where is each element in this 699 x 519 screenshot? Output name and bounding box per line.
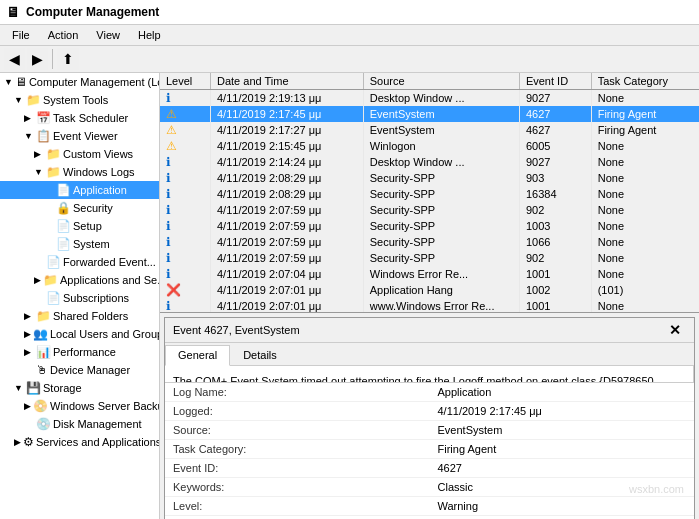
- table-row[interactable]: ❌4/11/2019 2:07:01 μμApplication Hang100…: [160, 282, 699, 298]
- col-header-dateandtime[interactable]: Date and Time: [210, 73, 363, 90]
- table-row[interactable]: ℹ4/11/2019 2:07:59 μμSecurity-SPP1066Non…: [160, 234, 699, 250]
- tree-arrow-windows-server-backup: ▶: [24, 401, 31, 411]
- info-value-left-0: Application: [430, 383, 695, 402]
- cell-eventid: 902: [519, 250, 591, 266]
- tree-icon-windows-logs: 📁: [46, 165, 61, 179]
- tree-icon-disk-management: 💿: [36, 417, 51, 431]
- tree-icon-task-scheduler: 📅: [36, 111, 51, 125]
- info-value-right-1: Firing Agent: [430, 440, 695, 459]
- cell-source: Security-SPP: [363, 234, 519, 250]
- tree-arrow-performance: ▶: [24, 347, 34, 357]
- table-row[interactable]: ⚠4/11/2019 2:17:27 μμEventSystem4627Firi…: [160, 122, 699, 138]
- tree-item-disk-management[interactable]: 💿Disk Management: [0, 415, 159, 433]
- cell-eventid: 9027: [519, 90, 591, 107]
- menu-bar: FileActionViewHelp: [0, 25, 699, 46]
- log-table-container[interactable]: LevelDate and TimeSourceEvent IDTask Cat…: [160, 73, 699, 313]
- table-row[interactable]: ℹ4/11/2019 2:08:29 μμSecurity-SPP903None: [160, 170, 699, 186]
- tree-item-security[interactable]: 🔒Security: [0, 199, 159, 217]
- tree-item-computer-management[interactable]: ▼🖥Computer Management (Local: [0, 73, 159, 91]
- info-value-left-3: Warning: [430, 497, 695, 516]
- tree-label-computer-management: Computer Management (Local: [29, 76, 160, 88]
- cell-eventid: 4627: [519, 106, 591, 122]
- col-header-level[interactable]: Level: [160, 73, 210, 90]
- tree-item-applications-services[interactable]: ▶📁Applications and Se...: [0, 271, 159, 289]
- tree-icon-applications-services: 📁: [43, 273, 58, 287]
- tree-label-event-viewer: Event Viewer: [53, 130, 118, 142]
- toolbar-up[interactable]: ⬆: [57, 48, 79, 70]
- menu-item-file[interactable]: File: [4, 27, 38, 43]
- cell-level: ℹ: [160, 202, 210, 218]
- tree-arrow-task-scheduler: ▶: [24, 113, 34, 123]
- tab-details[interactable]: Details: [230, 345, 290, 365]
- tree-item-system[interactable]: 📄System: [0, 235, 159, 253]
- tree-icon-setup: 📄: [56, 219, 71, 233]
- cell-source: Security-SPP: [363, 170, 519, 186]
- tree-label-system-tools: System Tools: [43, 94, 108, 106]
- event-detail-panel: Event 4627, EventSystem ✕ GeneralDetails…: [164, 317, 695, 519]
- tree-item-device-manager[interactable]: 🖱Device Manager: [0, 361, 159, 379]
- tree-label-setup: Setup: [73, 220, 102, 232]
- info-label-left-3: Level:: [165, 497, 430, 516]
- tree-item-setup[interactable]: 📄Setup: [0, 217, 159, 235]
- tree-item-task-scheduler[interactable]: ▶📅Task Scheduler: [0, 109, 159, 127]
- tree-item-event-viewer[interactable]: ▼📋Event Viewer: [0, 127, 159, 145]
- table-row[interactable]: ℹ4/11/2019 2:07:59 μμSecurity-SPP902None: [160, 202, 699, 218]
- table-row[interactable]: ℹ4/11/2019 2:07:59 μμSecurity-SPP1003Non…: [160, 218, 699, 234]
- cell-source: Security-SPP: [363, 186, 519, 202]
- table-row[interactable]: ℹ4/11/2019 2:07:01 μμwww.Windows Error R…: [160, 298, 699, 313]
- tree-arrow-system-tools: ▼: [14, 95, 24, 105]
- tab-general[interactable]: General: [165, 345, 230, 366]
- event-description-text: The COM+ Event System timed out attempti…: [173, 374, 685, 382]
- toolbar-back[interactable]: ◀: [4, 48, 25, 70]
- table-row[interactable]: ℹ4/11/2019 2:07:59 μμSecurity-SPP902None: [160, 250, 699, 266]
- menu-item-view[interactable]: View: [88, 27, 128, 43]
- col-header-source[interactable]: Source: [363, 73, 519, 90]
- table-row[interactable]: ⚠4/11/2019 2:17:45 μμEventSystem4627Firi…: [160, 106, 699, 122]
- tree-item-subscriptions[interactable]: 📄Subscriptions: [0, 289, 159, 307]
- cell-level: ⚠: [160, 106, 210, 122]
- cell-source: EventSystem: [363, 122, 519, 138]
- tree-item-windows-server-backup[interactable]: ▶📀Windows Server Backu...: [0, 397, 159, 415]
- cell-datetime: 4/11/2019 2:07:59 μμ: [210, 202, 363, 218]
- tree-icon-custom-views: 📁: [46, 147, 61, 161]
- tree-label-task-scheduler: Task Scheduler: [53, 112, 128, 124]
- cell-eventid: 1001: [519, 266, 591, 282]
- toolbar-forward[interactable]: ▶: [27, 48, 48, 70]
- table-body: ℹ4/11/2019 2:19:13 μμDesktop Window ...9…: [160, 90, 699, 314]
- tree-item-storage[interactable]: ▼💾Storage: [0, 379, 159, 397]
- menu-item-help[interactable]: Help: [130, 27, 169, 43]
- info-label-right-0: Logged:: [165, 402, 430, 421]
- cell-source: Security-SPP: [363, 202, 519, 218]
- tree-item-forwarded-events[interactable]: 📄Forwarded Event...: [0, 253, 159, 271]
- tree-arrow-custom-views: ▶: [34, 149, 44, 159]
- tree-item-services-applications[interactable]: ▶⚙Services and Applications: [0, 433, 159, 451]
- tree-item-windows-logs[interactable]: ▼📁Windows Logs: [0, 163, 159, 181]
- tree-item-performance[interactable]: ▶📊Performance: [0, 343, 159, 361]
- col-header-eventid[interactable]: Event ID: [519, 73, 591, 90]
- cell-eventid: 903: [519, 170, 591, 186]
- table-row[interactable]: ℹ4/11/2019 2:07:04 μμWindows Error Re...…: [160, 266, 699, 282]
- table-row[interactable]: ℹ4/11/2019 2:19:13 μμDesktop Window ...9…: [160, 90, 699, 107]
- cell-eventid: 1003: [519, 218, 591, 234]
- cell-datetime: 4/11/2019 2:15:45 μμ: [210, 138, 363, 154]
- tree-item-shared-folders[interactable]: ▶📁Shared Folders: [0, 307, 159, 325]
- table-row[interactable]: ⚠4/11/2019 2:15:45 μμWinlogon6005None: [160, 138, 699, 154]
- tree-item-system-tools[interactable]: ▼📁System Tools: [0, 91, 159, 109]
- tree-icon-system-tools: 📁: [26, 93, 41, 107]
- tree-item-local-users-groups[interactable]: ▶👥Local Users and Groups: [0, 325, 159, 343]
- menu-item-action[interactable]: Action: [40, 27, 87, 43]
- tree-item-application[interactable]: 📄Application: [0, 181, 159, 199]
- cell-datetime: 4/11/2019 2:14:24 μμ: [210, 154, 363, 170]
- tree-item-custom-views[interactable]: ▶📁Custom Views: [0, 145, 159, 163]
- col-header-taskcategory[interactable]: Task Category: [591, 73, 699, 90]
- table-row[interactable]: ℹ4/11/2019 2:14:24 μμDesktop Window ...9…: [160, 154, 699, 170]
- close-button[interactable]: ✕: [664, 321, 686, 339]
- table-row[interactable]: ℹ4/11/2019 2:08:29 μμSecurity-SPP16384No…: [160, 186, 699, 202]
- cell-task: None: [591, 218, 699, 234]
- tree-arrow-storage: ▼: [14, 383, 24, 393]
- cell-datetime: 4/11/2019 2:19:13 μμ: [210, 90, 363, 107]
- cell-datetime: 4/11/2019 2:07:01 μμ: [210, 298, 363, 313]
- cell-datetime: 4/11/2019 2:07:59 μμ: [210, 218, 363, 234]
- cell-datetime: 4/11/2019 2:08:29 μμ: [210, 170, 363, 186]
- tree-icon-application: 📄: [56, 183, 71, 197]
